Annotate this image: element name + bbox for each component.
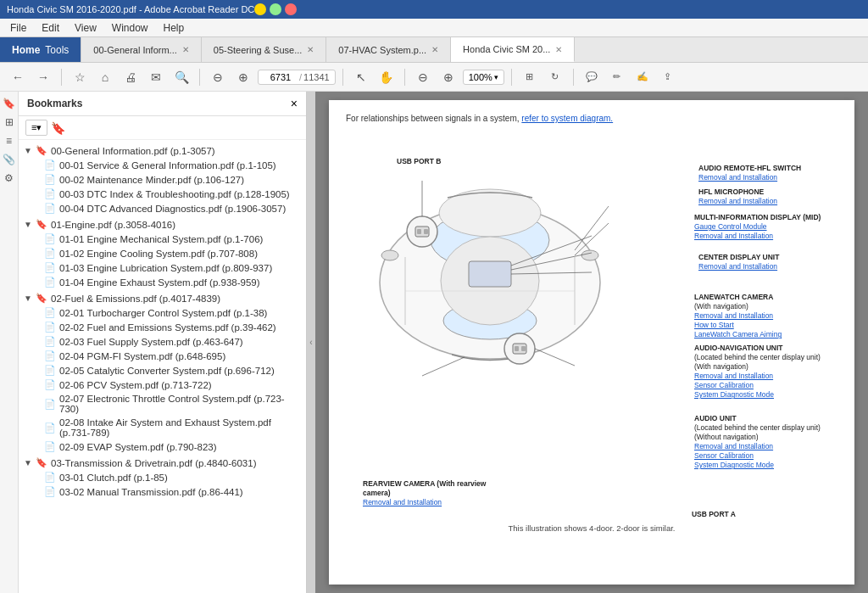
lanewatch-link2[interactable]: How to Start [694, 321, 734, 329]
tree-item-0-1[interactable]: 📄 00-02 Maintenance Minder.pdf (p.106-12… [39, 172, 306, 187]
sidebar-close-button[interactable]: × [291, 97, 298, 110]
tree-item-1-2[interactable]: 📄 01-03 Engine Lubrication System.pdf (p… [39, 260, 306, 275]
search-button[interactable]: 🔍 [170, 66, 192, 88]
svg-rect-14 [424, 229, 428, 234]
tab-honda-civic[interactable]: Honda Civic SM 20... ✕ [451, 37, 575, 62]
tree-item-0-2[interactable]: 📄 00-03 DTC Index & Troubleshooting.pdf … [39, 187, 306, 201]
tab-general-info-close[interactable]: ✕ [182, 45, 189, 54]
svg-rect-18 [521, 346, 526, 351]
hfl-mic-link[interactable]: Removal and Installation [698, 197, 777, 205]
tree-item-2-1[interactable]: 📄 02-02 Fuel and Emissions Systems.pdf (… [39, 320, 306, 334]
section-fuel-label: 02-Fuel & Emissions.pdf (p.4017-4839) [51, 294, 301, 304]
audio-unit-link2[interactable]: Sensor Calibration [694, 451, 754, 460]
prev-page-button[interactable]: ⊖ [207, 66, 229, 88]
audio-unit-link3[interactable]: System Diagnostic Mode [694, 461, 774, 469]
settings-rail-btn[interactable]: ⚙ [1, 170, 18, 187]
page-total: 11341 [303, 72, 330, 82]
audio-nav-link2[interactable]: Sensor Calibration [694, 381, 754, 389]
home-button[interactable]: ⌂ [94, 66, 116, 88]
next-page-button[interactable]: ⊕ [232, 66, 254, 88]
tab-steering-close[interactable]: ✕ [307, 45, 314, 54]
tree-item-2-3[interactable]: 📄 02-04 PGM-FI System.pdf (p.648-695) [39, 349, 306, 363]
tree-item-1-3[interactable]: 📄 01-04 Engine Exhaust System.pdf (p.938… [39, 275, 306, 289]
doc-icon: 📄 [44, 336, 56, 347]
minimize-button[interactable] [254, 3, 266, 15]
tree-item-2-2[interactable]: 📄 02-03 Fuel Supply System.pdf (p.463-64… [39, 334, 306, 349]
email-button[interactable]: ✉ [145, 66, 167, 88]
menu-file[interactable]: File [3, 20, 33, 36]
zoom-in-button[interactable]: ⊕ [437, 66, 459, 88]
share-button[interactable]: ⇪ [657, 66, 679, 88]
sign-button[interactable]: ✍ [632, 66, 654, 88]
menu-help[interactable]: Help [157, 20, 192, 36]
rotate-button[interactable]: ↻ [544, 66, 566, 88]
section-general-info-children: 📄 00-01 Service & General Information.pd… [19, 158, 306, 215]
attachments-rail-btn[interactable]: 📎 [1, 151, 18, 168]
tree-item-2-6[interactable]: 📄 02-07 Electronic Throttle Control Syst… [39, 392, 306, 416]
fit-page-button[interactable]: ⊞ [519, 66, 541, 88]
rearview-link[interactable]: Removal and Installation [363, 498, 442, 506]
tree-item-3-1-label: 03-02 Manual Transmission.pdf (p.86-441) [59, 487, 243, 497]
bookmark-button[interactable]: ☆ [69, 66, 91, 88]
hand-tool[interactable]: ✋ [376, 66, 398, 88]
section-transmission-header[interactable]: ▼ 🔖 03-Transmission & Drivetrain.pdf (p.… [19, 456, 306, 470]
menu-edit[interactable]: Edit [35, 20, 66, 36]
maximize-button[interactable] [270, 3, 281, 15]
doc-icon: 📄 [44, 248, 56, 259]
comment-button[interactable]: 💬 [581, 66, 603, 88]
expand-all-button[interactable]: ≡▾ [25, 120, 47, 136]
tree-item-1-1[interactable]: 📄 01-02 Engine Cooling System.pdf (p.707… [39, 246, 306, 260]
audio-nav-link3[interactable]: System Diagnostic Mode [694, 390, 774, 399]
lanewatch-link3[interactable]: LaneWatch Camera Aiming [694, 330, 782, 338]
tree-item-1-0[interactable]: 📄 01-01 Engine Mechanical System.pdf (p.… [39, 232, 306, 246]
home-label: Home [12, 44, 40, 56]
cursor-tool[interactable]: ↖ [350, 66, 372, 88]
layers-rail-btn[interactable]: ≡ [1, 132, 18, 149]
menu-view[interactable]: View [68, 20, 103, 36]
close-button[interactable] [285, 3, 297, 15]
section-general-info-header[interactable]: ▼ 🔖 00-General Information.pdf (p.1-3057… [19, 143, 306, 158]
tab-home-tools[interactable]: Home Tools [0, 37, 81, 62]
zoom-chevron-icon[interactable]: ▾ [494, 73, 498, 81]
section-fuel-header[interactable]: ▼ 🔖 02-Fuel & Emissions.pdf (p.4017-4839… [19, 291, 306, 305]
tab-honda-civic-close[interactable]: ✕ [555, 45, 562, 54]
tree-item-2-0[interactable]: 📄 02-01 Turbocharger Control System.pdf … [39, 305, 306, 320]
print-button[interactable]: 🖨 [120, 66, 142, 88]
audio-nav-link1[interactable]: Removal and Installation [694, 372, 773, 380]
menu-window[interactable]: Window [105, 20, 155, 36]
system-diagram-link[interactable]: refer to system diagram. [521, 114, 613, 123]
bookmarks-rail-btn[interactable]: 🔖 [1, 95, 18, 112]
tree-item-2-5[interactable]: 📄 02-06 PCV System.pdf (p.713-722) [39, 378, 306, 392]
tree-item-2-4[interactable]: 📄 02-05 Catalytic Converter System.pdf (… [39, 363, 306, 378]
thumbnails-rail-btn[interactable]: ⊞ [1, 114, 18, 131]
hfl-mic-label: HFL MICROPHONE Removal and Installation [698, 187, 834, 206]
mid-sub2-link[interactable]: Removal and Installation [694, 232, 773, 240]
tree-item-0-0[interactable]: 📄 00-01 Service & General Information.pd… [39, 158, 306, 172]
zoom-out-button[interactable]: ⊖ [412, 66, 434, 88]
panel-resize-handle[interactable]: ‹ [307, 92, 315, 593]
tree-item-0-3[interactable]: 📄 00-04 DTC Advanced Diagnostics.pdf (p.… [39, 201, 306, 215]
page-input[interactable] [264, 72, 298, 82]
center-display-link[interactable]: Removal and Installation [698, 262, 777, 271]
back-button[interactable]: ← [7, 66, 29, 88]
tab-hvac[interactable]: 07-HVAC System.p... ✕ [326, 37, 451, 62]
mid-sub1-link[interactable]: Gauge Control Module [694, 222, 767, 231]
tab-steering[interactable]: 05-Steering & Suse... ✕ [202, 37, 327, 62]
lanewatch-link1[interactable]: Removal and Installation [694, 311, 773, 320]
tree-item-3-0[interactable]: 📄 03-01 Clutch.pdf (p.1-85) [39, 470, 306, 484]
bookmark-add-button[interactable]: 🔖 [51, 121, 65, 135]
audio-unit-link1[interactable]: Removal and Installation [694, 442, 773, 450]
svg-line-20 [422, 357, 465, 376]
toolbar-sep-6 [573, 69, 574, 86]
tree-item-2-8[interactable]: 📄 02-09 EVAP System.pdf (p.790-823) [39, 439, 306, 454]
audio-remote-hfl-link[interactable]: Removal and Installation [698, 173, 777, 182]
tab-general-info[interactable]: 00-General Inform... ✕ [81, 37, 201, 62]
tab-hvac-close[interactable]: ✕ [431, 45, 438, 54]
tree-item-2-7[interactable]: 📄 02-08 Intake Air System and Exhaust Sy… [39, 416, 306, 439]
forward-button[interactable]: → [32, 66, 54, 88]
tree-item-3-1[interactable]: 📄 03-02 Manual Transmission.pdf (p.86-44… [39, 484, 306, 499]
section-engine-header[interactable]: ▼ 🔖 01-Engine.pdf (p.3058-4016) [19, 217, 306, 232]
section-engine-children: 📄 01-01 Engine Mechanical System.pdf (p.… [19, 232, 306, 289]
tree-item-1-1-label: 01-02 Engine Cooling System.pdf (p.707-8… [59, 249, 258, 259]
highlight-button[interactable]: ✏ [606, 66, 628, 88]
